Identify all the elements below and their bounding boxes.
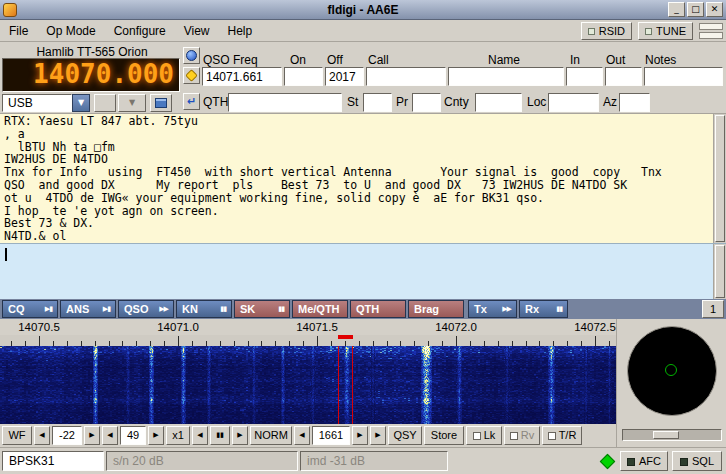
st-input[interactable] (363, 93, 392, 112)
store-button[interactable]: Store (424, 426, 464, 445)
tx-scroll-thumb[interactable] (715, 245, 725, 298)
pause-icon: ▮▮ (220, 305, 226, 313)
seek-right-button[interactable]: ▶ (370, 426, 386, 445)
close-button[interactable]: ✕ (706, 2, 723, 17)
maximize-button[interactable]: □ (687, 2, 704, 17)
on-label: On (290, 53, 306, 67)
waterfall-canvas[interactable] (0, 335, 616, 424)
shift-left-button[interactable]: ◀ (192, 426, 208, 445)
macro-button-cq[interactable]: CQ ▶▮ (2, 300, 58, 318)
menu-view[interactable]: View (175, 20, 219, 42)
macro-label: CQ (8, 303, 25, 315)
macro-button-brag[interactable]: Brag (408, 300, 464, 318)
menu-bar: File Op Mode Configure View Help RSID TU… (0, 20, 726, 42)
az-input[interactable] (619, 93, 650, 112)
qsy-button[interactable]: QSY (388, 426, 422, 445)
macro-button-ans[interactable]: ANS ▶▮ (60, 300, 116, 318)
qso-freq-input[interactable] (202, 67, 282, 86)
txrx-toggle[interactable]: T/R (542, 426, 582, 445)
norm-button[interactable]: NORM (250, 426, 292, 445)
rsid-button[interactable]: RSID (581, 22, 632, 40)
titlebar[interactable]: fldigi - AA6E _ □ ✕ (0, 0, 726, 20)
minimize-button[interactable]: _ (668, 2, 685, 17)
chevron-down-icon[interactable]: ▼ (72, 94, 90, 112)
frequency-display[interactable]: 14070.000 (2, 58, 180, 92)
qth-input[interactable] (228, 93, 342, 112)
chevron-down-icon[interactable]: ▼ (118, 94, 146, 112)
wf-button[interactable]: WF (2, 426, 32, 445)
qth-label: QTH (203, 95, 228, 109)
macro-label: KN (182, 303, 198, 315)
loc-input[interactable] (548, 93, 599, 112)
macro-button-qso[interactable]: QSO ▶▶ (118, 300, 174, 318)
ampspan-left-button[interactable]: ◀ (34, 426, 50, 445)
st-label: St (347, 95, 358, 109)
on-input[interactable] (284, 67, 323, 86)
rx-text-line: lBTU Nh ta □fm (4, 141, 723, 154)
mode-select[interactable]: USB (2, 94, 72, 112)
reflevel-value[interactable]: 49 (120, 426, 146, 445)
receive-pane[interactable]: RTX: Yaesu LT 847 abt. 75tyu , a lBTU Nh… (0, 113, 726, 243)
tuning-center-icon (665, 364, 677, 376)
name-input[interactable] (448, 67, 564, 86)
magnify-button[interactable]: x1 (166, 426, 190, 445)
in-input[interactable] (566, 67, 603, 86)
txrx-label: T/R (559, 429, 577, 441)
menu-configure[interactable]: Configure (105, 20, 175, 42)
menu-file[interactable]: File (0, 20, 37, 42)
tune-button[interactable]: TUNE (638, 22, 693, 40)
macro-button-sk[interactable]: SK ▮▮ (234, 300, 290, 318)
tuning-slider-thumb[interactable] (653, 431, 679, 439)
rig-control-button[interactable] (150, 94, 172, 112)
menu-help[interactable]: Help (219, 20, 262, 42)
macro-label: QSO (124, 303, 148, 315)
macro-button-kn[interactable]: KN ▮▮ (176, 300, 232, 318)
menu-op-mode[interactable]: Op Mode (37, 20, 104, 42)
sql-button[interactable]: SQL (672, 451, 722, 471)
bandwidth-select[interactable] (94, 94, 116, 112)
transmit-pane[interactable] (0, 243, 726, 299)
pause-button[interactable]: ▮▮ (210, 426, 230, 445)
macro-set-button[interactable]: 1 (702, 300, 724, 318)
pause-icon: ▮▮ (556, 305, 562, 313)
tx-scrollbar[interactable] (713, 244, 726, 299)
call-input[interactable] (366, 67, 446, 86)
ampspan-right-button[interactable]: ▶ (84, 426, 100, 445)
macro-label: ANS (66, 303, 89, 315)
afc-button[interactable]: AFC (620, 451, 668, 471)
rx-scroll-thumb[interactable] (715, 115, 725, 242)
macro-button-rx[interactable]: Rx ▮▮ (519, 300, 568, 318)
pr-input[interactable] (412, 93, 441, 112)
rx-scrollbar[interactable] (713, 114, 726, 243)
macro-button-qth[interactable]: QTH (350, 300, 406, 318)
lock-toggle[interactable]: Lk (466, 426, 502, 445)
notes-input[interactable] (644, 67, 723, 86)
tuning-slider[interactable] (622, 429, 722, 441)
carrier-value[interactable]: 1661 (312, 426, 350, 445)
qso-globe-button[interactable] (183, 47, 200, 64)
macro-button-me-qth[interactable]: Me/QTH (292, 300, 348, 318)
checkbox-icon (548, 432, 556, 440)
reflevel-right-button[interactable]: ▶ (148, 426, 164, 445)
scale-label: 14072.0 (435, 321, 477, 333)
macro-label: SK (240, 303, 255, 315)
reflevel-left-button[interactable]: ◀ (102, 426, 118, 445)
ampspan-value[interactable]: -22 (52, 426, 82, 445)
qso-save-button[interactable] (183, 67, 200, 84)
shift-right-button[interactable]: ▶ (232, 426, 248, 445)
macro-label: QTH (356, 303, 379, 315)
carrier-right-button[interactable]: ▶ (352, 426, 368, 445)
macro-button-tx[interactable]: Tx ▶▶ (468, 300, 517, 318)
qso-freq-label: QSO Freq (203, 53, 258, 67)
pr-label: Pr (396, 95, 408, 109)
off-input[interactable] (325, 67, 364, 86)
qso-enter-button[interactable]: ↵ (183, 93, 200, 110)
mode-status[interactable]: BPSK31 (2, 451, 104, 471)
carrier-left-button[interactable]: ◀ (294, 426, 310, 445)
reverse-toggle[interactable]: Rv (504, 426, 540, 445)
play-stop-icon: ▶▮ (45, 305, 52, 313)
rx-text-line: Best 73 & DX. (4, 217, 723, 230)
cnty-input[interactable] (475, 93, 522, 112)
out-input[interactable] (605, 67, 642, 86)
level-meters (699, 23, 723, 39)
